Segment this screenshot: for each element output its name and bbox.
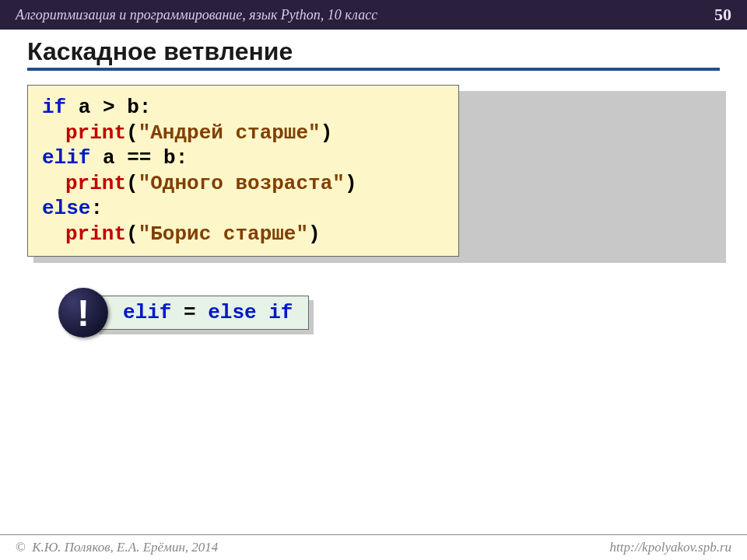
note-row: ! elif = else if — [58, 288, 720, 338]
code-block-wrapper: if a > b: print("Андрей старше") elif a … — [27, 85, 720, 257]
keyword-else: else — [42, 197, 90, 220]
code-line-3: elif a == b: — [42, 145, 444, 171]
code-line-4: print("Одного возраста") — [65, 171, 444, 197]
code-line-2: print("Андрей старше") — [65, 121, 444, 146]
footer-url: http://kpolyakov.spb.ru — [610, 540, 731, 555]
page-number: 50 — [714, 5, 731, 25]
paren: ( — [126, 172, 139, 195]
slide-content: Каскадное ветвление if a > b: print("Анд… — [0, 30, 747, 338]
paren: ( — [126, 222, 139, 246]
string-literal: "Борис старше" — [139, 222, 308, 246]
paren: ( — [126, 121, 139, 145]
breadcrumb: Алгоритмизация и программирование, язык … — [16, 7, 377, 23]
paren: ) — [308, 222, 321, 246]
note-else-if: else if — [208, 301, 293, 324]
function-print: print — [65, 222, 126, 246]
code-text: a > b: — [66, 96, 151, 119]
copyright-icon: © — [16, 540, 26, 555]
note-elif: elif — [123, 301, 171, 324]
code-text: a == b: — [90, 146, 188, 170]
exclamation-icon: ! — [77, 292, 89, 334]
note-box: elif = else if — [94, 296, 309, 330]
footer: © К.Ю. Поляков, Е.А. Ерёмин, 2014 http:/… — [0, 534, 747, 560]
code-block: if a > b: print("Андрей старше") elif a … — [27, 85, 459, 257]
string-literal: "Андрей старше" — [139, 121, 321, 145]
note-box-wrapper: elif = else if — [94, 296, 309, 330]
function-print: print — [65, 172, 126, 195]
string-literal: "Одного возраста" — [139, 172, 345, 195]
code-line-1: if a > b: — [42, 95, 444, 121]
footer-left: © К.Ю. Поляков, Е.А. Ерёмин, 2014 — [16, 540, 218, 555]
code-text: : — [90, 197, 103, 220]
paren: ) — [321, 121, 333, 145]
function-print: print — [65, 121, 126, 145]
footer-authors: К.Ю. Поляков, Е.А. Ерёмин, 2014 — [29, 540, 218, 555]
header-bar: Алгоритмизация и программирование, язык … — [0, 0, 747, 30]
slide-title: Каскадное ветвление — [27, 37, 720, 71]
paren: ) — [345, 172, 357, 195]
note-equals: = — [171, 301, 208, 324]
code-line-6: print("Борис старше") — [65, 222, 444, 247]
keyword-if: if — [42, 96, 66, 119]
keyword-elif: elif — [42, 146, 90, 170]
exclamation-badge: ! — [58, 288, 108, 338]
code-line-5: else: — [42, 196, 444, 222]
